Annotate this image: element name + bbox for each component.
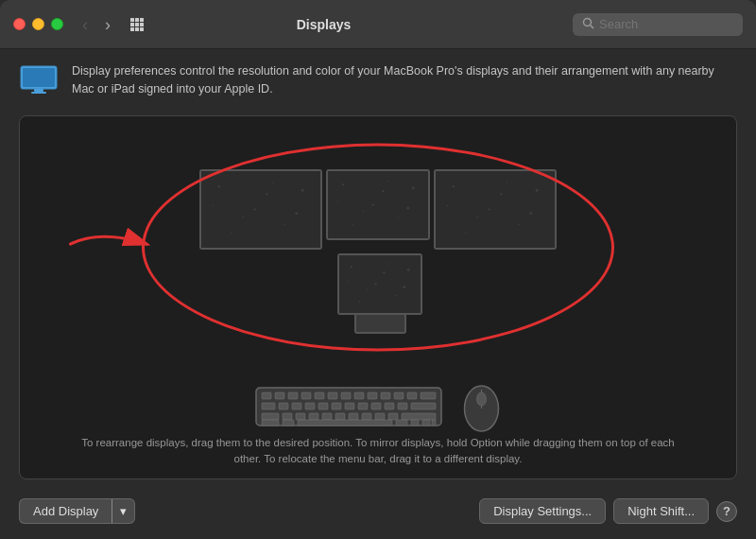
svg-rect-41 [411,403,436,409]
svg-rect-23 [341,392,351,399]
svg-rect-58 [422,420,430,426]
svg-rect-28 [407,392,417,399]
svg-rect-46 [322,413,332,420]
maximize-button[interactable] [51,18,63,30]
mouse-icon [460,378,503,435]
info-text: Display preferences control the resoluti… [72,62,737,98]
svg-rect-51 [388,413,398,420]
svg-rect-25 [368,392,377,399]
keyboard-icon [254,383,443,430]
svg-rect-47 [335,413,345,420]
add-display-group: Add Display ▾ [19,498,135,524]
svg-rect-54 [283,420,294,426]
svg-rect-30 [262,403,275,409]
svg-rect-22 [328,392,337,399]
search-box[interactable] [573,13,743,36]
search-icon [582,17,594,32]
svg-rect-21 [315,392,324,399]
right-buttons: Display Settings... Night Shift... ? [479,498,737,524]
svg-rect-59 [432,420,436,426]
svg-rect-31 [279,403,288,409]
svg-rect-19 [288,392,298,399]
close-button[interactable] [13,18,26,30]
peripherals-area [254,378,503,435]
svg-rect-12 [23,68,55,87]
bottom-bar: Add Display ▾ Display Settings... Night … [19,491,737,526]
instruction-text: To rearrange displays, drag them to the … [33,435,723,468]
svg-rect-44 [296,413,305,420]
search-input[interactable] [599,17,731,31]
display-settings-button[interactable]: Display Settings... [479,498,606,524]
svg-rect-57 [411,420,419,426]
main-content: Display preferences control the resoluti… [0,49,756,539]
svg-rect-53 [262,420,279,426]
monitor-block-1[interactable] [199,169,322,250]
add-display-button[interactable]: Add Display [19,498,112,524]
svg-rect-18 [275,392,284,399]
display-icon [19,64,59,95]
monitor-stand [354,315,406,334]
titlebar: ‹ › Displays [0,0,756,49]
traffic-lights [13,18,63,30]
svg-rect-20 [301,392,311,399]
monitor-block-3[interactable] [434,169,557,250]
svg-rect-36 [345,403,354,409]
svg-rect-48 [349,413,358,420]
svg-rect-13 [34,89,43,92]
svg-rect-49 [362,413,371,420]
svg-rect-40 [398,403,407,409]
monitors-row [199,169,557,250]
svg-rect-34 [318,403,328,409]
svg-rect-35 [332,403,341,409]
svg-point-62 [476,392,486,406]
help-button[interactable]: ? [716,501,737,522]
arrangement-area: To rearrange displays, drag them to the … [19,115,737,480]
svg-rect-32 [292,403,301,409]
svg-point-9 [584,18,592,26]
svg-rect-33 [305,403,315,409]
monitors-group [199,169,557,334]
svg-line-10 [591,25,594,28]
svg-rect-38 [371,403,381,409]
minimize-button[interactable] [32,18,44,30]
svg-rect-29 [421,392,436,399]
svg-rect-50 [375,413,385,420]
svg-rect-56 [396,420,407,426]
svg-rect-52 [402,413,436,420]
svg-rect-24 [354,392,364,399]
svg-rect-45 [309,413,318,420]
monitor-block-macbook[interactable] [337,253,422,315]
window-title: Displays [84,17,563,32]
night-shift-button[interactable]: Night Shift... [613,498,709,524]
svg-rect-27 [394,392,404,399]
add-display-arrow-button[interactable]: ▾ [112,498,135,524]
svg-rect-14 [31,92,46,94]
svg-rect-26 [381,392,390,399]
svg-rect-43 [283,413,292,420]
svg-rect-37 [358,403,368,409]
svg-rect-39 [385,403,394,409]
svg-rect-42 [262,413,279,420]
svg-rect-55 [298,420,392,426]
monitor-block-2[interactable] [326,169,430,240]
arrow-container [61,221,156,272]
info-banner: Display preferences control the resoluti… [19,62,737,104]
svg-rect-17 [262,392,271,399]
displays-canvas [33,130,723,374]
arrow-icon [61,221,156,269]
